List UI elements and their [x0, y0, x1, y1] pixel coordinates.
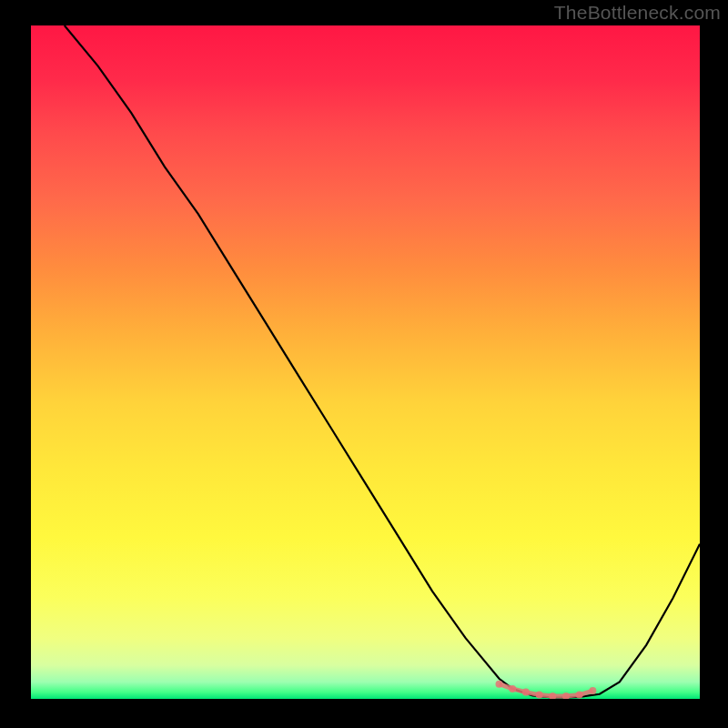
optimal-marker	[496, 681, 503, 688]
optimal-marker	[509, 685, 516, 693]
plot-area	[31, 25, 700, 699]
optimal-marker	[522, 689, 530, 696]
optimal-marker	[536, 692, 543, 699]
optimal-marker	[576, 692, 583, 699]
optimal-marker	[589, 687, 596, 694]
chart-container: TheBottleneck.com	[0, 0, 728, 728]
bottleneck-curve	[65, 25, 700, 698]
optimal-marker	[549, 693, 556, 699]
optimal-range-markers	[496, 681, 597, 699]
optimal-marker	[562, 693, 570, 699]
curve-svg	[31, 25, 700, 699]
watermark-text: TheBottleneck.com	[554, 2, 721, 24]
